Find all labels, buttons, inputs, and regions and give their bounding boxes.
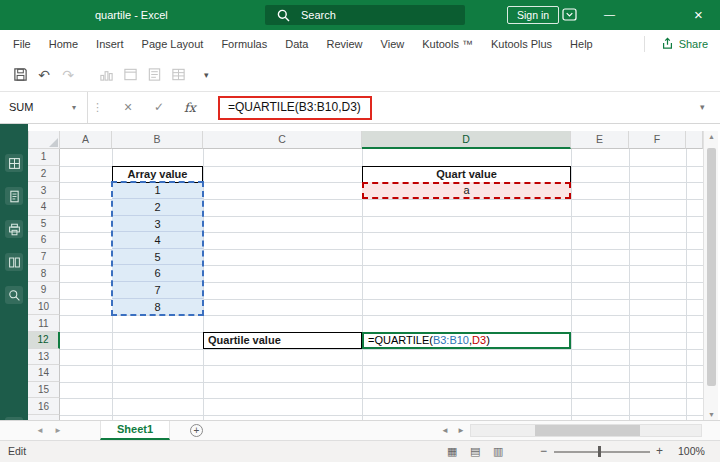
minimize-icon[interactable]: — — [604, 0, 615, 28]
menu-tab-help[interactable]: Help — [561, 30, 602, 58]
rail-find-icon[interactable] — [5, 286, 23, 304]
qat-window-icon[interactable] — [118, 67, 142, 82]
cell-b8[interactable]: 6 — [112, 265, 203, 282]
horizontal-scrollbar[interactable] — [470, 424, 702, 437]
status-mode: Edit — [8, 441, 26, 462]
horizontal-scrollbar-thumb[interactable] — [535, 425, 640, 436]
chevron-down-icon[interactable]: ▾ — [72, 92, 76, 123]
column-header-f[interactable]: F — [629, 131, 686, 149]
cell-b5[interactable]: 3 — [112, 216, 203, 233]
cell-b6[interactable]: 4 — [112, 232, 203, 249]
row-header-10[interactable]: 10 — [28, 299, 60, 316]
share-icon — [661, 37, 674, 52]
column-header-d[interactable]: D — [362, 131, 571, 149]
zoom-slider[interactable] — [554, 451, 650, 453]
qat-form-icon[interactable] — [142, 67, 166, 82]
search-box[interactable]: Search — [265, 5, 465, 25]
ribbon-options-icon[interactable] — [562, 8, 577, 23]
row-header-11[interactable]: 11 — [28, 315, 60, 332]
row-header-7[interactable]: 7 — [28, 249, 60, 266]
customize-toolbar-icon[interactable]: ▾ — [204, 70, 209, 80]
cell-b2-array-header[interactable]: Array value — [112, 166, 203, 183]
zoom-percentage[interactable]: 100% — [678, 441, 705, 462]
cell-d3-quart-value[interactable]: a — [362, 182, 571, 199]
cell-b9[interactable]: 7 — [112, 282, 203, 299]
select-all-corner[interactable] — [28, 131, 60, 149]
menu-tab-page-layout[interactable]: Page Layout — [133, 30, 213, 58]
sign-in-button[interactable]: Sign in — [507, 6, 559, 24]
row-header-1[interactable]: 1 — [28, 149, 60, 166]
row-header-2[interactable]: 2 — [28, 166, 60, 183]
column-header-c[interactable]: C — [203, 131, 362, 149]
rail-printer-icon[interactable] — [5, 220, 23, 238]
sheet-nav-right-icon[interactable]: ► — [54, 421, 62, 440]
name-box[interactable]: SUM ▾ — [0, 92, 88, 123]
column-header-e[interactable]: E — [571, 131, 629, 149]
qat-table-icon[interactable] — [166, 67, 190, 82]
page-layout-view-icon[interactable]: ▤ — [470, 441, 480, 462]
column-header-b[interactable]: B — [112, 131, 203, 149]
gridline — [686, 149, 687, 420]
close-icon[interactable]: × — [694, 0, 703, 29]
menu-tab-kutools[interactable]: Kutools ™ — [413, 30, 482, 58]
rail-grid-icon[interactable] — [5, 154, 23, 172]
rail-columns-icon[interactable] — [5, 253, 23, 271]
formula-bar-input[interactable]: =QUARTILE(B3:B10,D3) — [228, 92, 361, 123]
search-icon — [265, 9, 301, 22]
array-range-b3-b10[interactable]: 12345678 — [112, 182, 203, 315]
scroll-down-icon[interactable]: ▼ — [704, 411, 719, 418]
row-header-15[interactable]: 15 — [28, 382, 60, 399]
column-header-a[interactable]: A — [60, 131, 112, 149]
menu-tab-home[interactable]: Home — [40, 30, 87, 58]
menu-tab-insert[interactable]: Insert — [87, 30, 133, 58]
insert-function-icon[interactable]: fx — [184, 92, 196, 123]
cell-b7[interactable]: 5 — [112, 249, 203, 266]
save-icon[interactable] — [8, 67, 32, 82]
zoom-in-icon[interactable]: + — [656, 441, 663, 462]
row-header-14[interactable]: 14 — [28, 365, 60, 382]
page-break-view-icon[interactable]: ▥ — [493, 441, 503, 462]
row-header-12[interactable]: 12 — [28, 332, 60, 349]
sheet-nav-left-icon[interactable]: ◄ — [36, 421, 44, 440]
scroll-up-icon[interactable]: ▲ — [704, 133, 719, 140]
menu-tab-formulas[interactable]: Formulas — [212, 30, 276, 58]
cell-b4[interactable]: 2 — [112, 199, 203, 216]
rail-document-icon[interactable] — [5, 187, 23, 205]
formula-bar-expand-icon[interactable]: ▾ — [700, 92, 705, 123]
gridline — [203, 149, 204, 420]
vertical-scrollbar-thumb[interactable] — [707, 148, 716, 386]
enter-icon[interactable]: ✓ — [154, 92, 164, 123]
cell-d12-formula-edit[interactable]: =QUARTILE(B3:B10,D3) — [362, 332, 571, 349]
menu-tab-review[interactable]: Review — [317, 30, 371, 58]
cell-c12-quartile-label[interactable]: Quartile value — [203, 332, 362, 349]
menu-tab-view[interactable]: View — [372, 30, 414, 58]
row-header-5[interactable]: 5 — [28, 216, 60, 233]
cell-d2-quart-header[interactable]: Quart value — [362, 166, 571, 183]
hscroll-left-icon[interactable]: ◄ — [441, 421, 449, 440]
menu-tab-file[interactable]: File — [4, 30, 40, 58]
row-header-3[interactable]: 3 — [28, 182, 60, 199]
hscroll-right-icon[interactable]: ► — [457, 421, 465, 440]
cell-b3[interactable]: 1 — [112, 182, 203, 199]
row-header-16[interactable]: 16 — [28, 398, 60, 415]
add-sheet-button[interactable]: + — [190, 424, 203, 437]
cancel-icon[interactable]: × — [124, 92, 132, 123]
cell-b10[interactable]: 8 — [112, 299, 203, 316]
name-box-value: SUM — [9, 92, 33, 123]
share-button[interactable]: Share — [661, 30, 708, 58]
redo-icon[interactable]: ↷ — [56, 67, 80, 83]
row-header-4[interactable]: 4 — [28, 199, 60, 216]
row-header-13[interactable]: 13 — [28, 349, 60, 366]
row-header-9[interactable]: 9 — [28, 282, 60, 299]
normal-view-icon[interactable]: ▦ — [447, 441, 457, 462]
qat-chart-icon[interactable] — [94, 67, 118, 82]
sheet-tab-sheet1[interactable]: Sheet1 — [100, 421, 170, 440]
vertical-scrollbar[interactable]: ▲ ▼ — [703, 131, 718, 420]
row-header-6[interactable]: 6 — [28, 232, 60, 249]
menu-tab-kutools-plus[interactable]: Kutools Plus — [482, 30, 561, 58]
zoom-slider-thumb[interactable] — [598, 446, 601, 457]
zoom-out-icon[interactable]: − — [540, 441, 547, 462]
menu-tab-data[interactable]: Data — [276, 30, 317, 58]
row-header-8[interactable]: 8 — [28, 265, 60, 282]
undo-icon[interactable]: ↶ — [32, 67, 56, 83]
